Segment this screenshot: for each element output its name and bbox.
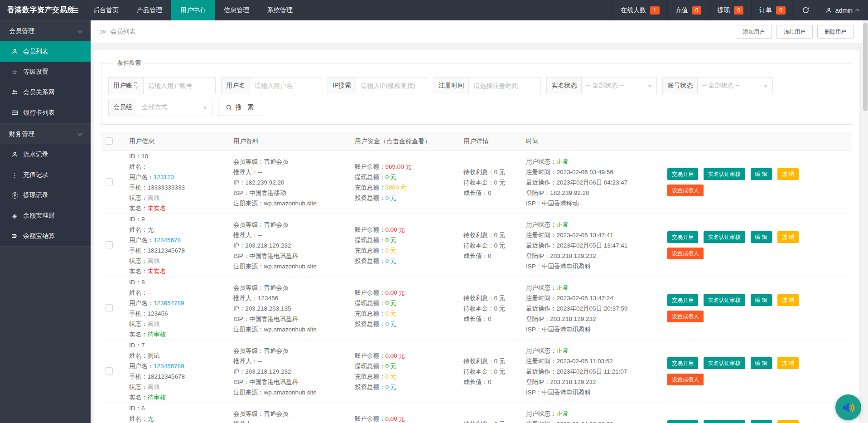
edit-button[interactable]: 编 辑 — [751, 294, 772, 306]
main-nav: 后台首页 产品管理 用户中心 信息管理 系统管理 — [84, 0, 302, 20]
register-time-input[interactable] — [469, 78, 540, 94]
edit-button[interactable]: 编 辑 — [751, 420, 772, 423]
scrollbar-thumb[interactable] — [863, 23, 868, 111]
set-fake-user-button[interactable]: 设置成假人 — [667, 374, 704, 385]
ip-search-input[interactable] — [356, 78, 428, 94]
withdraw-total[interactable]: 0 元 — [386, 237, 397, 243]
regtime-field-group: 注册时间 — [434, 77, 541, 94]
search-button[interactable]: 搜 索 — [218, 99, 263, 116]
freeze-button[interactable]: 冻 结 — [777, 294, 799, 306]
recharge-total[interactable]: 0 元 — [386, 310, 397, 317]
realname-status-group: 实名状态 -- 全部状态 -- ▼ — [546, 77, 657, 94]
sidebar-group-members[interactable]: 会员管理 — [0, 20, 91, 41]
delete-user-button[interactable]: 删除用户 — [817, 25, 854, 39]
edit-button[interactable]: 编 辑 — [751, 231, 772, 243]
sidebar-item-flow-records[interactable]: 流水记录 — [0, 144, 91, 165]
balance-amount[interactable]: 969.00 元 — [386, 163, 412, 170]
sidebar-item-yuebao-finance[interactable]: ◈ 余额宝理财 — [0, 205, 91, 226]
order-count[interactable]: 订单 0 — [751, 0, 793, 20]
freeze-button[interactable]: 冻 结 — [777, 168, 799, 180]
account-status-select[interactable]: -- 全部状态 -- ▼ — [698, 78, 772, 94]
user-details-cell: 待收利息：0 元 待收本金：0 元 成长值：0 — [459, 293, 521, 324]
username-link[interactable]: 123654789 — [154, 300, 184, 306]
edit-button[interactable]: 编 辑 — [751, 168, 772, 180]
user-name: 无 — [148, 226, 154, 233]
select-all-checkbox[interactable] — [106, 137, 113, 145]
realname-audit-button[interactable]: 实名认证审核 — [704, 168, 745, 180]
user-id: 9 — [141, 216, 145, 223]
trade-toggle-button[interactable]: 交易开启 — [667, 231, 698, 243]
add-user-button[interactable]: 添加用户 — [736, 25, 772, 39]
nav-item-system[interactable]: 系统管理 — [258, 0, 302, 20]
edit-button[interactable]: 编 辑 — [751, 357, 772, 369]
invest-total[interactable]: 0 元 — [386, 321, 397, 327]
username-input[interactable] — [250, 78, 322, 94]
withdraw-count[interactable]: 提现 0 — [709, 0, 751, 20]
hamburger-icon[interactable] — [64, 0, 84, 20]
balance-amount[interactable]: 0.00 元 — [386, 289, 405, 296]
account-field-group: 用户账号 — [108, 77, 216, 94]
sidebar-item-bank-cards[interactable]: 银行卡列表 — [0, 102, 91, 123]
realname-audit-button[interactable]: 实名认证审核 — [704, 294, 745, 306]
row-checkbox[interactable] — [106, 367, 113, 374]
yen-circle-icon: ¥ — [11, 192, 19, 199]
member-level: 普通会员 — [264, 221, 289, 228]
realname-status-select[interactable]: -- 全部状态 -- ▼ — [582, 78, 656, 94]
register-source: wp.amazonhub.site — [264, 389, 317, 396]
username-link[interactable]: 12345678 — [154, 237, 181, 243]
invest-total[interactable]: 0 元 — [386, 384, 397, 390]
nav-item-user-center[interactable]: 用户中心 — [171, 0, 215, 20]
trade-toggle-button[interactable]: 交易开启 — [667, 294, 698, 306]
account-input[interactable] — [144, 78, 215, 94]
sidebar-item-member-list[interactable]: 会员列表 — [0, 41, 91, 62]
realname-audit-button[interactable]: 实名认证审核 — [704, 231, 745, 243]
member-level: 普通会员 — [264, 347, 289, 354]
sidebar-item-member-network[interactable]: 会员关系网 — [0, 82, 91, 102]
set-fake-user-button[interactable]: 设置成假人 — [667, 248, 704, 259]
nav-item-dashboard[interactable]: 后台首页 — [84, 0, 128, 20]
trade-toggle-button[interactable]: 交易开启 — [667, 168, 698, 180]
realname-status: 未实名 — [148, 205, 166, 212]
sound-toggle-button[interactable] — [835, 394, 861, 420]
username-link[interactable]: 123456789 — [154, 363, 184, 370]
user-funds-cell: 账户余额：0.00 元 提现总额：0 元 充值总额：0 元 投资总额：0 元 — [350, 350, 459, 392]
trade-toggle-button[interactable]: 交易开启 — [667, 357, 698, 369]
set-fake-user-button[interactable]: 设置成假人 — [667, 185, 704, 196]
invest-total[interactable]: 0 元 — [386, 258, 397, 264]
freeze-button[interactable]: 冻 结 — [777, 231, 799, 243]
invest-total[interactable]: 0 元 — [386, 194, 397, 201]
recharge-total[interactable]: 0 元 — [386, 247, 397, 254]
realname-audit-button[interactable]: 实名认证审核 — [704, 420, 745, 423]
recharge-total[interactable]: 5000 元 — [386, 184, 407, 191]
admin-menu[interactable]: admin — [818, 0, 868, 20]
realname-audit-button[interactable]: 实名认证审核 — [704, 357, 745, 369]
withdraw-total[interactable]: 0 元 — [386, 363, 397, 370]
recharge-count[interactable]: 充值 0 — [667, 0, 709, 20]
sidebar-item-withdraw-records[interactable]: ¥ 提现记录 — [0, 185, 91, 205]
member-group-select[interactable]: 全部方式 ▼ — [137, 99, 212, 116]
set-fake-user-button[interactable]: 设置成假人 — [667, 311, 704, 322]
online-count[interactable]: 在线人数 1 — [612, 0, 667, 20]
sidebar-item-yuebao-settlement[interactable]: 余额宝结算 — [0, 226, 91, 246]
nav-item-info[interactable]: 信息管理 — [215, 0, 258, 20]
freeze-user-button[interactable]: 冻结用户 — [776, 25, 813, 39]
withdraw-total[interactable]: 0 元 — [386, 300, 397, 306]
freeze-button[interactable]: 冻 结 — [777, 357, 799, 369]
sidebar-item-recharge-records[interactable]: ⋮ 充值记录 — [0, 165, 91, 185]
withdraw-total[interactable]: 0 元 — [386, 174, 397, 180]
username-link[interactable]: 123123 — [154, 174, 174, 180]
row-checkbox[interactable] — [106, 304, 113, 311]
sidebar-group-finance[interactable]: 财务管理 — [0, 123, 91, 144]
balance-amount[interactable]: 0.00 元 — [386, 352, 405, 359]
sidebar-item-level-settings[interactable]: ☆ 等级设置 — [0, 62, 91, 82]
balance-amount[interactable]: 0.00 元 — [386, 415, 405, 422]
refresh-icon[interactable] — [793, 0, 818, 20]
chevron-down-icon — [78, 28, 82, 33]
trade-toggle-button[interactable]: 交易开启 — [667, 420, 698, 423]
row-checkbox[interactable] — [106, 241, 113, 248]
freeze-button[interactable]: 冻 结 — [777, 420, 799, 423]
nav-item-products[interactable]: 产品管理 — [128, 0, 171, 20]
recharge-total[interactable]: 0 元 — [386, 373, 397, 380]
row-checkbox[interactable] — [106, 178, 113, 185]
balance-amount[interactable]: 0.00 元 — [386, 226, 405, 233]
